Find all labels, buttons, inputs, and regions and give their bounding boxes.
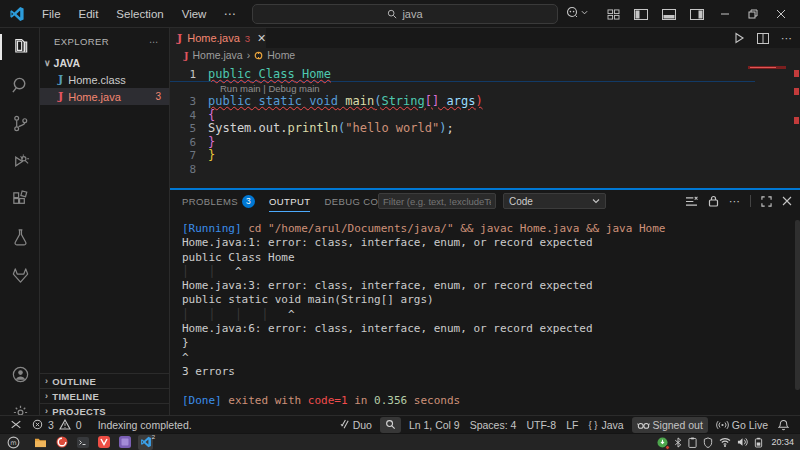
battery-tray-icon[interactable] <box>754 437 763 448</box>
code-text: { <box>208 109 215 123</box>
eol-status[interactable]: LF <box>561 417 583 433</box>
output-line: Home.java:3: error: class, interface, en… <box>182 279 794 293</box>
mint-menu-button[interactable]: m <box>6 435 21 450</box>
search-activity-icon[interactable] <box>0 66 40 104</box>
remote-indicator[interactable] <box>0 417 27 433</box>
code-line[interactable]: 6} <box>170 136 755 150</box>
menu-edit[interactable]: Edit <box>70 8 108 20</box>
notifications-bell[interactable] <box>773 417 794 433</box>
codelens-run-main[interactable]: Run main <box>220 83 261 94</box>
window-restore-icon[interactable] <box>742 4 764 24</box>
explorer-activity-icon[interactable] <box>0 28 40 66</box>
output-line: Home.java:1: error: class, interface, en… <box>182 236 794 250</box>
maximize-panel-icon[interactable] <box>761 196 772 207</box>
section-outline[interactable]: › OUTLINE <box>40 373 169 388</box>
explorer-more-icon[interactable]: ⋯ <box>149 36 159 47</box>
output-filter-input[interactable] <box>378 193 496 209</box>
menu-view[interactable]: View <box>173 8 216 20</box>
clock[interactable]: 20:34 <box>771 437 794 447</box>
lock-scroll-icon[interactable] <box>708 195 719 207</box>
bluetooth-tray-icon[interactable] <box>674 437 682 448</box>
code-line[interactable]: 4{ <box>170 109 755 123</box>
code-line[interactable]: 7} <box>170 149 755 163</box>
extensions-activity-icon[interactable] <box>0 180 40 218</box>
problems-status[interactable]: 3 0 <box>27 417 87 433</box>
terminal-app-icon[interactable] <box>75 435 90 450</box>
code-line[interactable]: 8 <box>170 163 755 177</box>
output-console[interactable]: [Running] cd "/home/arul/Documents/java/… <box>170 212 794 415</box>
output-line: [Done] exited with code=1 in 0.356 secon… <box>182 394 794 408</box>
code-editor[interactable]: 1public Class HomeRun main | Debug main3… <box>170 62 800 188</box>
panel-scrollbar[interactable] <box>795 220 800 390</box>
tab-close-icon[interactable]: ✕ <box>257 32 266 45</box>
file-home-java[interactable]: J Home.java 3 <box>40 88 169 105</box>
section-timeline[interactable]: › TIMELINE <box>40 388 169 403</box>
window-close-icon[interactable] <box>770 4 792 24</box>
menu-file[interactable]: File <box>33 8 70 20</box>
shield-tray-icon[interactable] <box>703 437 713 448</box>
vscode-app-icon[interactable]: 2 <box>138 435 153 450</box>
code-line[interactable]: 5System.out.println("hello world"); <box>170 122 755 136</box>
browser-app-icon[interactable] <box>54 435 69 450</box>
close-panel-icon[interactable] <box>782 196 792 206</box>
encoding-status[interactable]: UTF-8 <box>521 417 561 433</box>
vivaldi-app-icon[interactable] <box>96 435 111 450</box>
source-control-activity-icon[interactable] <box>0 104 40 142</box>
window-minimize-icon[interactable] <box>714 4 736 24</box>
tab-problems[interactable]: PROBLEMS 3 <box>182 190 255 212</box>
cursor-position[interactable]: Ln 1, Col 9 <box>404 417 465 433</box>
copilot-menu[interactable] <box>565 5 588 19</box>
tab-output[interactable]: OUTPUT <box>269 190 310 212</box>
update-manager-tray-icon[interactable] <box>657 437 668 448</box>
code-line[interactable]: 1public Class Home <box>170 68 755 82</box>
account-activity-icon[interactable] <box>0 355 40 393</box>
run-debug-activity-icon[interactable] <box>0 142 40 180</box>
output-channel-select[interactable]: Code <box>503 193 606 209</box>
run-java-button[interactable] <box>733 32 745 44</box>
editor-more-actions-icon[interactable]: ⋯ <box>781 32 792 45</box>
code-token: "hello world" <box>345 121 439 135</box>
wifi-tray-icon[interactable] <box>719 437 731 447</box>
split-editor-icon[interactable] <box>757 33 769 44</box>
clipboard-tray-icon[interactable] <box>688 437 697 448</box>
file-home-class[interactable]: J Home.class <box>40 71 169 88</box>
breadcrumb-file[interactable]: Home.java <box>193 49 243 61</box>
signed-out-status[interactable]: Signed out <box>632 417 708 433</box>
tab-home-java[interactable]: J Home.java 3 ✕ <box>170 28 266 48</box>
toggle-sidebar-icon[interactable] <box>630 4 652 24</box>
toggle-panel-icon[interactable] <box>658 4 680 24</box>
status-bar: 3 0 Indexing completed. Duo Ln 1, Col 9 … <box>0 415 800 433</box>
search-status-item[interactable] <box>380 417 401 433</box>
gitlab-duo-status[interactable]: Duo <box>334 417 377 433</box>
folder-java[interactable]: ∨ JAVA <box>40 54 169 71</box>
minimap-error-mark <box>748 66 786 69</box>
java-file-icon: J <box>177 32 182 45</box>
customize-layout-icon[interactable] <box>602 4 624 24</box>
panel-more-actions-icon[interactable]: ⋯ <box>729 195 740 208</box>
class-symbol-icon <box>254 51 263 60</box>
toggle-secondary-sidebar-icon[interactable] <box>686 4 708 24</box>
clear-output-icon[interactable] <box>685 196 698 207</box>
output-line: Home.java:6: error: class, interface, en… <box>182 322 794 336</box>
menu-overflow[interactable]: ⋯ <box>215 7 243 21</box>
language-mode[interactable]: { } Java <box>583 417 628 433</box>
indentation-status[interactable]: Spaces: 4 <box>465 417 522 433</box>
volume-tray-icon[interactable] <box>737 437 748 447</box>
code-token: Class <box>259 67 295 81</box>
tab-problems-label: PROBLEMS <box>182 196 238 207</box>
code-line[interactable]: 3public static void main(String[] args) <box>170 95 755 109</box>
gitlab-activity-icon[interactable] <box>0 256 40 294</box>
go-live-status[interactable]: Go Live <box>711 417 773 433</box>
command-center-search[interactable]: java <box>252 4 558 24</box>
file-manager-app-icon[interactable] <box>33 435 48 450</box>
bottom-panel: PROBLEMS 3 OUTPUT DEBUG CONSOLE ⋯ Code ⋯… <box>170 188 800 415</box>
purple-app-icon[interactable] <box>117 435 132 450</box>
codelens-debug-main[interactable]: Debug main <box>268 83 319 94</box>
testing-activity-icon[interactable] <box>0 218 40 256</box>
output-token: │ │ <box>182 265 235 278</box>
breadcrumb-symbol[interactable]: Home <box>267 49 295 61</box>
menu-selection[interactable]: Selection <box>107 8 172 20</box>
problems-count-badge: 3 <box>242 195 255 208</box>
divider <box>750 195 751 207</box>
section-timeline-label: TIMELINE <box>52 391 99 402</box>
